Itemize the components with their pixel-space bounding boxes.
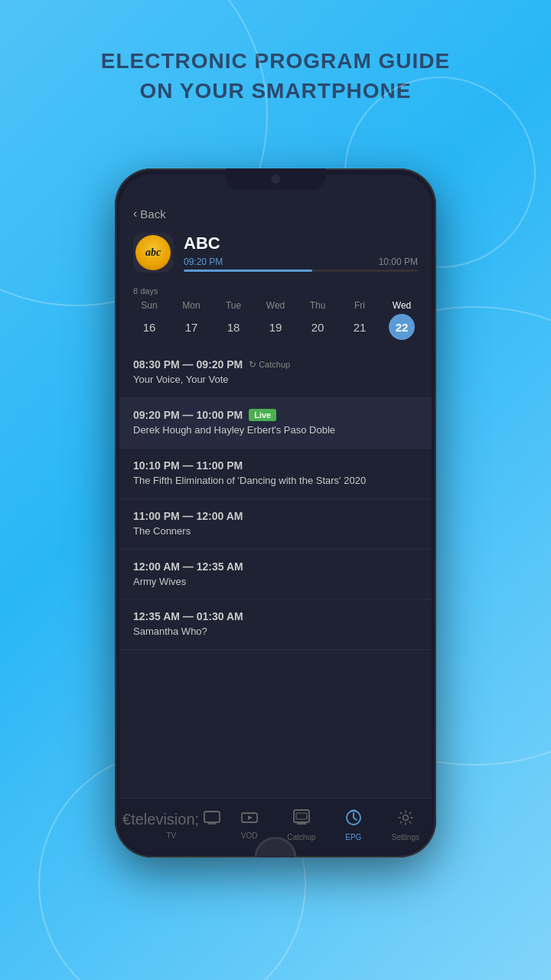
day-num-wed2: 22	[389, 314, 415, 340]
days-label: 8 days	[133, 286, 418, 296]
settings-icon	[397, 809, 414, 830]
back-button[interactable]: ‹ Back	[119, 198, 432, 227]
back-icon: ‹	[133, 207, 137, 220]
day-name-sun: Sun	[141, 300, 157, 311]
day-name-fri: Fri	[354, 300, 365, 311]
nav-settings-label: Settings	[392, 833, 419, 841]
progress-bar	[184, 270, 418, 272]
program-title-2: Derek Hough and Hayley Erbert's Paso Dob…	[133, 424, 418, 437]
program-time-row-3: 10:10 PM — 11:00 PM	[133, 459, 418, 472]
svg-rect-10	[296, 813, 307, 819]
hero-line2: ON YOUR SMARTPHONE	[61, 76, 490, 106]
program-title-5: Army Wives	[133, 576, 418, 589]
day-wed2[interactable]: Wed 22	[386, 300, 418, 340]
catchup-label-1: Catchup	[259, 360, 290, 369]
time-range: 09:20 PM 10:00 PM	[184, 256, 418, 267]
day-num-tue: 18	[220, 314, 246, 340]
time-end: 10:00 PM	[379, 256, 418, 267]
day-name-mon: Mon	[182, 300, 200, 311]
nav-tv[interactable]: €television; TV	[122, 811, 220, 840]
program-time-1: 08:30 PM — 09:20 PM	[133, 358, 243, 371]
nav-vod[interactable]: VOD	[227, 811, 272, 840]
day-num-sun: 16	[136, 314, 162, 340]
program-time-3: 10:10 PM — 11:00 PM	[133, 459, 243, 472]
day-sun[interactable]: Sun 16	[133, 300, 165, 340]
phone-frame: ‹ Back abc ABC 09:20 PM 10:00 PM	[115, 168, 436, 858]
day-thu[interactable]: Thu 20	[302, 300, 334, 340]
back-label: Back	[140, 207, 165, 220]
phone-screen: ‹ Back abc ABC 09:20 PM 10:00 PM	[119, 175, 432, 851]
days-row: Sun 16 Mon 17 Tue 18 Wed 19	[133, 300, 418, 340]
svg-marker-5	[248, 815, 253, 820]
day-num-wed1: 19	[262, 314, 289, 340]
program-item-4[interactable]: 11:00 PM — 12:00 AM The Conners	[119, 499, 432, 550]
day-tue[interactable]: Tue 18	[217, 300, 249, 340]
program-time-row-2: 09:20 PM — 10:00 PM Live	[133, 409, 418, 421]
day-name-wed2: Wed	[393, 300, 411, 311]
program-item-2[interactable]: 09:20 PM — 10:00 PM Live Derek Hough and…	[119, 398, 432, 449]
side-button	[435, 322, 436, 383]
catchup-icon-1: ↻	[249, 359, 256, 370]
nav-catchup-label: Catchup	[287, 833, 315, 841]
day-num-fri: 21	[347, 314, 373, 340]
time-bar: 09:20 PM 10:00 PM	[184, 256, 418, 272]
live-badge-2: Live	[249, 409, 276, 421]
day-num-mon: 17	[178, 314, 204, 340]
program-title-6: Samantha Who?	[133, 626, 418, 639]
channel-logo: abc	[133, 233, 173, 273]
program-title-4: The Conners	[133, 525, 418, 538]
day-name-tue: Tue	[226, 300, 241, 311]
day-name-thu: Thu	[310, 300, 326, 311]
program-time-4: 11:00 PM — 12:00 AM	[133, 510, 243, 522]
vod-icon	[241, 811, 258, 828]
phone-notch	[226, 168, 325, 190]
svg-point-12	[403, 815, 408, 820]
program-time-row-4: 11:00 PM — 12:00 AM	[133, 510, 418, 522]
nav-settings[interactable]: Settings	[383, 809, 429, 841]
epg-icon	[345, 809, 362, 830]
day-fri[interactable]: Fri 21	[344, 300, 376, 340]
day-mon[interactable]: Mon 17	[175, 300, 207, 340]
day-name-wed1: Wed	[266, 300, 285, 311]
program-item-5[interactable]: 12:00 AM — 12:35 AM Army Wives	[119, 550, 432, 600]
hero-line1: ELECTRONIC PROGRAM GUIDE	[61, 46, 490, 76]
nav-tv-label: TV	[166, 831, 176, 840]
program-item-3[interactable]: 10:10 PM — 11:00 PM The Fifth Eliminatio…	[119, 449, 432, 499]
screen-content: ‹ Back abc ABC 09:20 PM 10:00 PM	[119, 198, 432, 851]
program-time-2: 09:20 PM — 10:00 PM	[133, 409, 243, 421]
progress-fill	[184, 270, 312, 272]
program-title-1: Your Voice, Your Vote	[133, 374, 418, 387]
day-wed1[interactable]: Wed 19	[259, 300, 292, 340]
channel-info: ABC 09:20 PM 10:00 PM	[184, 234, 418, 272]
phone-camera	[271, 175, 280, 184]
program-time-6: 12:35 AM — 01:30 AM	[133, 610, 243, 622]
program-item-1[interactable]: 08:30 PM — 09:20 PM ↻ Catchup Your Voice…	[119, 348, 432, 398]
nav-epg-label: EPG	[345, 833, 361, 841]
nav-epg[interactable]: EPG	[331, 809, 377, 841]
nav-vod-label: VOD	[241, 831, 258, 840]
channel-header: abc ABC 09:20 PM 10:00 PM	[119, 227, 432, 282]
program-title-3: The Fifth Elimination of 'Dancing with t…	[133, 475, 418, 488]
catchup-badge-1: ↻ Catchup	[249, 359, 290, 370]
hero-text: ELECTRONIC PROGRAM GUIDE ON YOUR SMARTPH…	[0, 0, 551, 129]
time-start: 09:20 PM	[184, 256, 223, 267]
day-num-thu: 20	[305, 314, 331, 340]
program-time-row-6: 12:35 AM — 01:30 AM	[133, 610, 418, 622]
nav-catchup[interactable]: Catchup	[279, 809, 324, 841]
program-time-row-5: 12:00 AM — 12:35 AM	[133, 560, 418, 573]
catchup-nav-icon	[293, 809, 310, 830]
svg-rect-0	[204, 812, 220, 822]
program-list: 08:30 PM — 09:20 PM ↻ Catchup Your Voice…	[119, 348, 432, 833]
program-item-6[interactable]: 12:35 AM — 01:30 AM Samantha Who?	[119, 599, 432, 650]
program-time-row-1: 08:30 PM — 09:20 PM ↻ Catchup	[133, 358, 418, 371]
channel-name: ABC	[184, 234, 418, 253]
days-section: 8 days Sun 16 Mon 17 Tue 18 We	[119, 282, 432, 340]
program-time-5: 12:00 AM — 12:35 AM	[133, 560, 243, 573]
abc-logo-image: abc	[135, 235, 171, 270]
tv-icon: €television;	[122, 811, 220, 828]
